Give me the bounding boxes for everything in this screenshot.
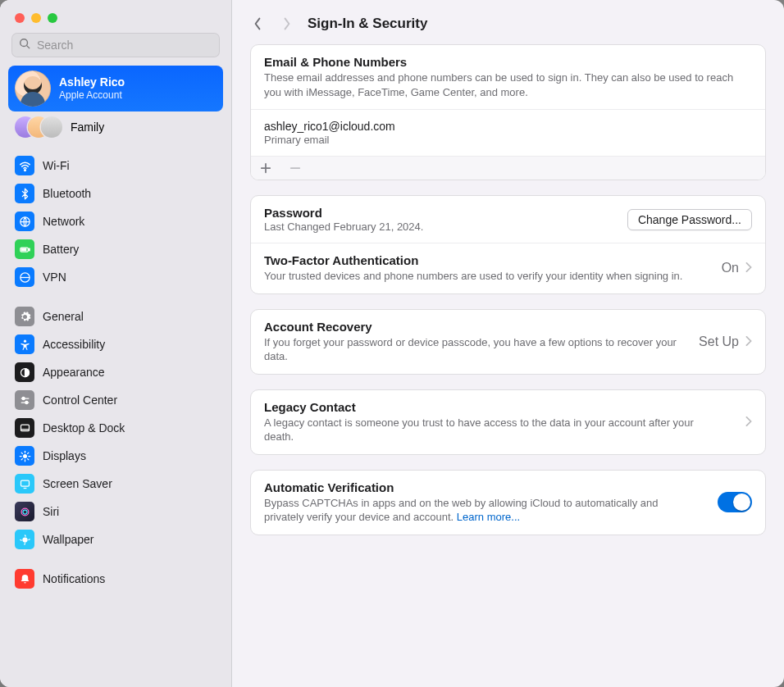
section-title: Two-Factor Authentication [264, 253, 702, 267]
email-phone-panel: Email & Phone Numbers These email addres… [250, 44, 766, 180]
add-remove-bar [251, 156, 765, 180]
two-factor-state: On [722, 261, 739, 275]
window-controls [0, 0, 231, 33]
svg-line-23 [21, 458, 22, 459]
svg-point-16 [23, 454, 27, 458]
sidebar-item-general[interactable]: General [8, 303, 223, 330]
page-title: Sign-In & Security [308, 16, 427, 32]
minimize-icon[interactable] [31, 13, 41, 23]
email-value: ashley_rico1@icloud.com [264, 120, 752, 133]
sidebar-item-label: Notifications [43, 572, 105, 585]
section-title: Account Recovery [264, 320, 679, 334]
remove-button[interactable] [280, 157, 310, 180]
sidebar-item-label: Screen Saver [43, 477, 112, 490]
displays-icon [15, 446, 34, 466]
sidebar-item-notifications[interactable]: Notifications [8, 566, 223, 592]
sidebar-item-bluetooth[interactable]: Bluetooth [8, 180, 223, 207]
svg-rect-5 [28, 248, 29, 251]
sidebar-item-screen-saver[interactable]: Screen Saver [8, 471, 223, 497]
close-icon[interactable] [15, 13, 25, 23]
sidebar-item-appearance[interactable]: Appearance [8, 359, 223, 385]
svg-rect-6 [21, 248, 26, 251]
svg-line-1 [27, 46, 30, 49]
sidebar-item-vpn[interactable]: VPN [8, 264, 223, 290]
sidebar-item-control-center[interactable]: Control Center [8, 387, 223, 413]
sidebar-item-label: Network [43, 215, 84, 228]
auto-verify-panel: Automatic Verification Bypass CAPTCHAs i… [250, 470, 766, 535]
appearance-icon [15, 362, 34, 382]
search-input[interactable] [35, 38, 212, 52]
sidebar-item-wifi[interactable]: Wi-Fi [8, 152, 223, 179]
notifications-icon [15, 569, 34, 589]
section-desc: Your trusted devices and phone numbers a… [264, 269, 702, 284]
sidebar-item-label: Bluetooth [43, 187, 91, 200]
sidebar-item-label: Displays [43, 449, 86, 462]
learn-more-link[interactable]: Learn more... [457, 511, 520, 523]
sidebar-user-account[interactable]: Ashley Rico Apple Account [8, 66, 223, 111]
sidebar-item-label: Battery [43, 243, 79, 256]
content-pane: Sign-In & Security Email & Phone Numbers… [232, 0, 784, 687]
auto-verify-toggle[interactable] [718, 492, 752, 512]
forward-button[interactable] [278, 15, 296, 33]
sidebar-item-label: VPN [43, 271, 66, 284]
svg-point-13 [25, 401, 27, 403]
change-password-button[interactable]: Change Password... [627, 209, 752, 230]
svg-point-2 [24, 169, 25, 171]
avatar [15, 71, 51, 107]
maximize-icon[interactable] [48, 13, 57, 23]
search-icon [19, 38, 30, 52]
chevron-right-icon [745, 261, 752, 275]
svg-point-0 [21, 39, 28, 47]
siri-icon [15, 502, 34, 521]
svg-line-22 [27, 458, 28, 459]
svg-rect-25 [21, 480, 29, 486]
sidebar-item-battery[interactable]: Battery [8, 236, 223, 262]
bluetooth-icon [15, 184, 34, 203]
legacy-contact-panel[interactable]: Legacy Contact A legacy contact is someo… [250, 389, 766, 455]
svg-rect-14 [21, 425, 29, 431]
sidebar-item-displays[interactable]: Displays [8, 443, 223, 469]
sidebar: Ashley Rico Apple Account Family Wi-Fi [0, 0, 232, 687]
sidebar-item-desktop-dock[interactable]: Desktop & Dock [8, 415, 223, 441]
topbar: Sign-In & Security [232, 0, 784, 44]
sidebar-item-label: General [43, 310, 84, 323]
email-sub: Primary email [264, 134, 752, 146]
sidebar-item-accessibility[interactable]: Accessibility [8, 331, 223, 357]
section-desc: These email addresses and phone numbers … [264, 71, 752, 99]
desktop-dock-icon [15, 418, 34, 438]
two-factor-row[interactable]: Two-Factor Authentication Your trusted d… [251, 243, 765, 293]
family-avatars [15, 116, 62, 138]
family-label: Family [71, 121, 104, 134]
sidebar-item-label: Accessibility [43, 338, 105, 351]
network-icon [15, 212, 34, 231]
sidebar-item-label: Wallpaper [43, 533, 94, 546]
account-recovery-panel[interactable]: Account Recovery If you forget your pass… [250, 309, 766, 375]
email-list-item[interactable]: ashley_rico1@icloud.com Primary email [251, 109, 765, 156]
chevron-right-icon [745, 415, 752, 430]
user-name: Ashley Rico [59, 75, 125, 89]
search-field[interactable] [11, 33, 220, 57]
svg-point-8 [23, 339, 25, 342]
svg-point-11 [22, 397, 25, 399]
section-desc: Bypass CAPTCHAs in apps and on the web b… [264, 496, 690, 525]
back-button[interactable] [248, 15, 267, 33]
section-desc: If you forget your password or device pa… [264, 335, 679, 364]
password-2fa-panel: Password Last Changed February 21, 2024.… [250, 195, 766, 294]
section-title: Automatic Verification [264, 480, 690, 494]
gear-icon [15, 307, 34, 326]
vpn-icon [15, 267, 34, 287]
section-title: Legacy Contact [264, 400, 726, 414]
svg-point-29 [22, 537, 27, 542]
sidebar-family[interactable]: Family [8, 111, 223, 143]
sidebar-item-label: Desktop & Dock [43, 421, 125, 434]
section-desc: A legacy contact is someone you trust to… [264, 416, 726, 444]
sidebar-item-network[interactable]: Network [8, 208, 223, 234]
section-title: Email & Phone Numbers [264, 55, 752, 69]
sidebar-item-siri[interactable]: Siri [8, 498, 223, 525]
password-sub: Last Changed February 21, 2024. [264, 221, 423, 233]
add-button[interactable] [251, 157, 280, 180]
control-center-icon [15, 390, 34, 410]
sidebar-item-wallpaper[interactable]: Wallpaper [8, 526, 223, 553]
accessibility-icon [15, 334, 34, 354]
user-subtitle: Apple Account [59, 89, 125, 101]
